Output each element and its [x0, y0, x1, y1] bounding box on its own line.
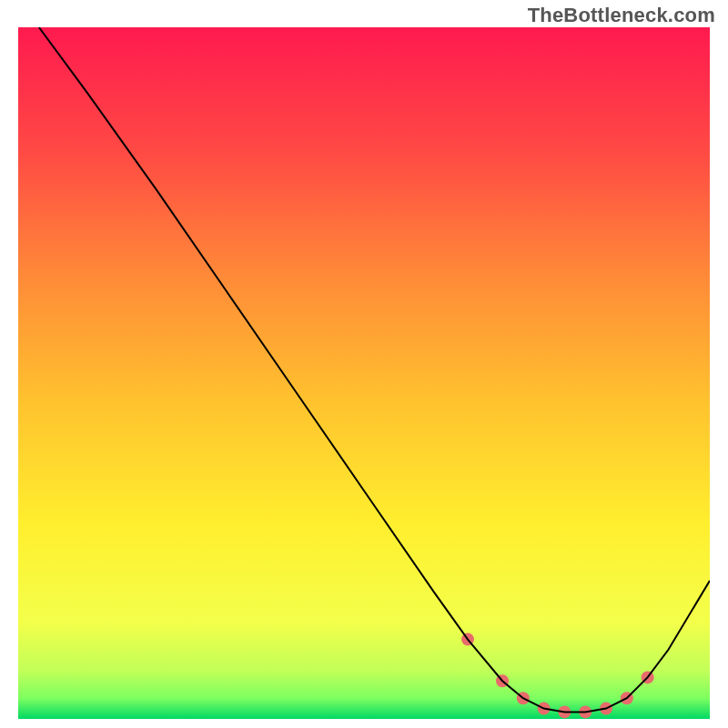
attribution-text: TheBottleneck.com — [528, 4, 715, 27]
chart-svg — [18, 27, 710, 719]
chart-plot — [18, 27, 710, 719]
gradient-background — [18, 27, 710, 719]
chart-container: TheBottleneck.com — [0, 0, 728, 728]
